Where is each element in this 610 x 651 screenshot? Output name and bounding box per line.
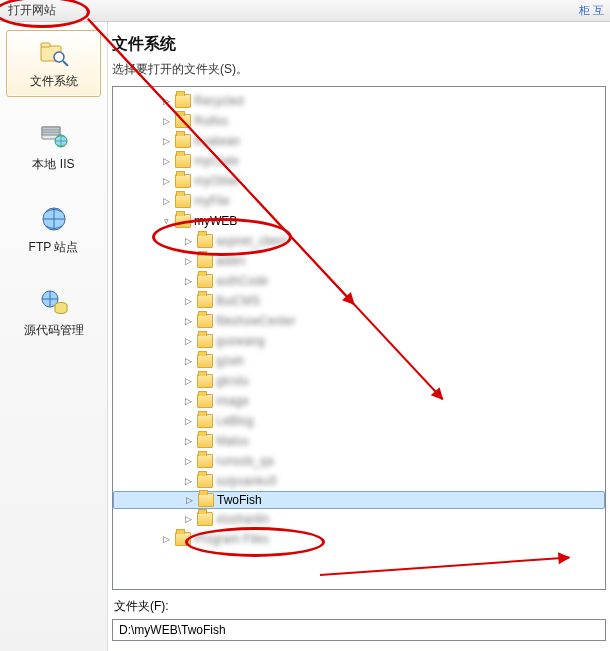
tree-node[interactable]: ▷image — [113, 391, 605, 411]
folder-icon — [175, 154, 191, 168]
expand-icon[interactable]: ▷ — [183, 276, 194, 287]
folder-icon — [197, 454, 213, 468]
expand-icon[interactable]: ▷ — [183, 296, 194, 307]
folder-icon — [197, 254, 213, 268]
folder-icon — [197, 474, 213, 488]
collapse-icon[interactable]: ▿ — [161, 216, 172, 227]
sidebar-item-label: 本地 IIS — [32, 156, 74, 173]
folder-icon — [197, 374, 213, 388]
sidebar-item-ftp-site[interactable]: FTP 站点 — [6, 196, 101, 263]
tree-node[interactable]: ▷runoob_qa — [113, 451, 605, 471]
tree-node-label: authCode — [216, 274, 268, 288]
tree-node-label: guowang — [216, 334, 265, 348]
globe-db-icon — [38, 286, 70, 318]
expand-icon[interactable]: ▷ — [161, 176, 172, 187]
expand-icon[interactable]: ▷ — [183, 476, 194, 487]
expand-icon[interactable]: ▷ — [161, 196, 172, 207]
sidebar-item-label: FTP 站点 — [29, 239, 79, 256]
path-label: 文件夹(F): — [112, 594, 606, 619]
tree-node[interactable]: ▷TwoFish — [113, 491, 605, 509]
folder-tree[interactable]: ▷Recycled▷Ruifos▷Kuaiwan▷myCode▷myOther▷… — [112, 86, 606, 590]
folder-icon — [175, 94, 191, 108]
title-right-text: 柜 互 — [579, 3, 604, 18]
folder-icon — [197, 512, 213, 526]
expand-icon[interactable]: ▷ — [161, 534, 172, 545]
main-subtitle: 选择要打开的文件夹(S)。 — [112, 61, 606, 78]
tree-node[interactable]: ▷xiushanlin — [113, 509, 605, 529]
expand-icon[interactable]: ▷ — [183, 256, 194, 267]
folder-icon — [197, 274, 213, 288]
tree-node[interactable]: ▷authCode — [113, 271, 605, 291]
tree-node[interactable]: ▷guowang — [113, 331, 605, 351]
expand-icon[interactable]: ▷ — [184, 495, 195, 506]
folder-icon — [175, 174, 191, 188]
expand-icon[interactable]: ▷ — [183, 316, 194, 327]
expand-icon[interactable]: ▷ — [183, 336, 194, 347]
expand-icon[interactable]: ▷ — [183, 416, 194, 427]
folder-icon — [197, 354, 213, 368]
tree-node[interactable]: ▷suiyuanku5 — [113, 471, 605, 491]
sidebar-item-local-iis[interactable]: 本地 IIS — [6, 113, 101, 180]
tree-node-label: Malou — [216, 434, 249, 448]
tree-node[interactable]: ▷Recycled — [113, 91, 605, 111]
open-website-dialog: 打开网站 柜 互 文件系统 本地 IIS FTP 站点 — [0, 0, 610, 651]
tree-node[interactable]: ▷Ruifos — [113, 111, 605, 131]
sidebar: 文件系统 本地 IIS FTP 站点 源代码管理 — [0, 22, 108, 651]
main-title: 文件系统 — [112, 34, 606, 55]
expand-icon[interactable]: ▷ — [183, 376, 194, 387]
tree-node[interactable]: ▿myWEB — [113, 211, 605, 231]
folder-path-input[interactable] — [112, 619, 606, 641]
folder-icon — [198, 493, 214, 507]
folder-icon — [197, 294, 213, 308]
tree-node[interactable]: ▷myOther — [113, 171, 605, 191]
tree-node-label: aspnet_client — [216, 234, 287, 248]
tree-node-label: BuiCMS — [216, 294, 260, 308]
folder-icon — [175, 194, 191, 208]
folder-icon — [197, 334, 213, 348]
expand-icon[interactable]: ▷ — [183, 514, 194, 525]
expand-icon[interactable]: ▷ — [183, 456, 194, 467]
sidebar-item-file-system[interactable]: 文件系统 — [6, 30, 101, 97]
tree-node[interactable]: ▷gkrstu — [113, 371, 605, 391]
sidebar-item-source-control[interactable]: 源代码管理 — [6, 279, 101, 346]
tree-node-label: runoob_qa — [216, 454, 273, 468]
expand-icon[interactable]: ▷ — [161, 156, 172, 167]
tree-node-label: aiden — [216, 254, 245, 268]
sidebar-item-label: 源代码管理 — [24, 322, 84, 339]
tree-node[interactable]: ▷gzwh — [113, 351, 605, 371]
tree-node-label: Program Files — [194, 532, 269, 546]
expand-icon[interactable]: ▷ — [183, 396, 194, 407]
tree-node[interactable]: ▷aspnet_client — [113, 231, 605, 251]
tree-node[interactable]: ▷Program Files — [113, 529, 605, 549]
tree-node-label: LeBlog — [216, 414, 253, 428]
tree-node-label: Recycled — [194, 94, 243, 108]
tree-node-label: gzwh — [216, 354, 244, 368]
tree-node[interactable]: ▷myCode — [113, 151, 605, 171]
tree-node-label: myFile — [194, 194, 229, 208]
tree-node-label: image — [216, 394, 249, 408]
tree-node[interactable]: ▷Malou — [113, 431, 605, 451]
tree-node[interactable]: ▷myFile — [113, 191, 605, 211]
tree-node[interactable]: ▷LeBlog — [113, 411, 605, 431]
svg-rect-5 — [42, 127, 60, 130]
tree-node[interactable]: ▷aiden — [113, 251, 605, 271]
expand-icon[interactable]: ▷ — [161, 116, 172, 127]
folder-icon — [197, 414, 213, 428]
expand-icon[interactable]: ▷ — [183, 236, 194, 247]
expand-icon[interactable]: ▷ — [183, 356, 194, 367]
expand-icon[interactable]: ▷ — [183, 436, 194, 447]
tree-node-label: TwoFish — [217, 493, 262, 507]
tree-node-label: suiyuanku5 — [216, 474, 277, 488]
svg-line-3 — [63, 61, 68, 66]
folder-icon — [197, 234, 213, 248]
tree-node-label: Ruifos — [194, 114, 228, 128]
tree-node[interactable]: ▷fileshowCenter — [113, 311, 605, 331]
folder-icon — [175, 214, 191, 228]
tree-node[interactable]: ▷Kuaiwan — [113, 131, 605, 151]
sidebar-item-label: 文件系统 — [30, 73, 78, 90]
expand-icon[interactable]: ▷ — [161, 136, 172, 147]
svg-point-2 — [54, 52, 64, 62]
server-globe-icon — [38, 120, 70, 152]
folder-icon — [175, 134, 191, 148]
tree-node-label: fileshowCenter — [216, 314, 295, 328]
